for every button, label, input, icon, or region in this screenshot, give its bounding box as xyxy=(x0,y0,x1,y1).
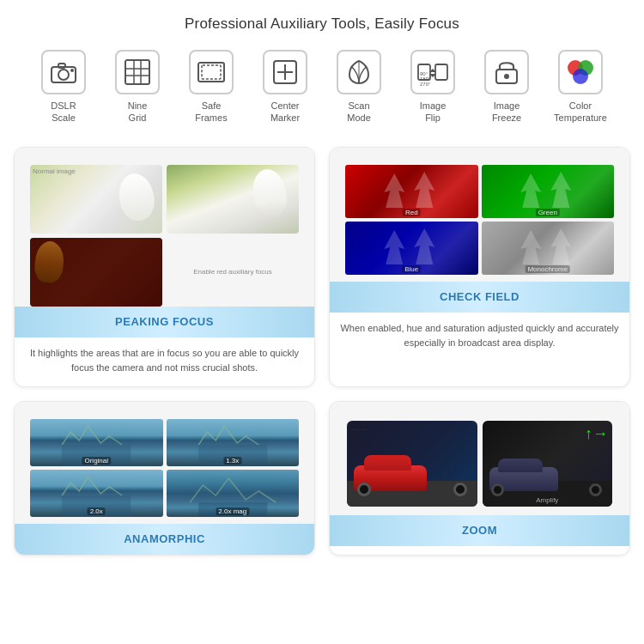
ana-13x: 1.3x xyxy=(167,419,300,466)
icon-dslr-scale[interactable]: DSLRScale xyxy=(29,50,98,125)
enable-red-label: Enable red auxiliary focus xyxy=(193,268,272,276)
ana-20x-mag: 2.0x mag xyxy=(167,470,300,517)
flip-icon: 90° 180° 270° xyxy=(417,60,448,84)
ana-original: Original xyxy=(30,419,163,466)
anamorphic-image-area: Original 1.3x 2.0x 2.0x mag xyxy=(15,402,314,524)
ana-20x-label: 2.0x xyxy=(88,507,106,515)
cards-grid: Normal image xyxy=(0,138,644,569)
green-arrows-icon: ↑→ xyxy=(585,425,608,443)
check-field-image-area: Red Green Blue Monochrome xyxy=(330,148,629,282)
icon-image-freeze[interactable]: ImageFreeze xyxy=(472,50,541,125)
svg-point-1 xyxy=(58,70,69,80)
check-mono-image: Monochrome xyxy=(482,222,615,275)
icon-scan-mode[interactable]: ScanMode xyxy=(325,50,393,125)
amplify-label: Amplify xyxy=(536,496,558,504)
image-flip-icon-box: 90° 180° 270° xyxy=(410,50,455,94)
zoom-car-dark: ↑→ Amplify xyxy=(483,421,613,507)
dslr-scale-label: DSLRScale xyxy=(51,100,76,125)
check-green-image: Green xyxy=(482,165,615,218)
svg-point-26 xyxy=(573,69,588,84)
safe-frames-icon-box xyxy=(189,50,234,94)
svg-rect-10 xyxy=(202,65,221,79)
page-header: Professional Auxiliary Tools, Easily Foc… xyxy=(0,0,644,45)
svg-text:270°: 270° xyxy=(420,82,431,87)
color-temperature-icon-box xyxy=(558,50,603,94)
safe-frames-label: SafeFrames xyxy=(195,100,227,125)
safe-frames-icon xyxy=(197,61,226,83)
icon-image-flip[interactable]: 90° 180° 270° ImageFlip xyxy=(398,50,467,125)
image-freeze-icon-box xyxy=(484,50,529,94)
card-peaking-focus: Normal image xyxy=(14,147,315,387)
svg-point-3 xyxy=(70,69,74,72)
peaking-focus-image-area: Normal image xyxy=(15,148,314,307)
check-blue-image: Blue xyxy=(345,222,478,275)
check-green-label: Green xyxy=(536,209,560,216)
plus-icon xyxy=(272,59,298,85)
peaking-focus-title: PEAKING FOCUS xyxy=(15,307,314,337)
anamorphic-title: ANAMORPHIC xyxy=(15,524,314,555)
zoom-car-red: — — xyxy=(347,421,477,507)
check-field-title: CHECK FIELD xyxy=(330,282,629,313)
peaking-focus-desc: It highlights the areas that are in focu… xyxy=(15,337,314,386)
color-temperature-label: ColorTemperature xyxy=(554,100,607,125)
camera-icon xyxy=(50,60,77,84)
normal-image: Normal image xyxy=(30,165,162,234)
image-freeze-label: ImageFreeze xyxy=(492,100,521,125)
card-check-field: Red Green Blue Monochrome CHECK FIELD Wh… xyxy=(329,147,630,387)
normal-image-label: Normal image xyxy=(33,167,76,175)
page-title: Professional Auxiliary Tools, Easily Foc… xyxy=(17,15,627,33)
center-marker-label: CenterMarker xyxy=(270,100,300,125)
scan-mode-icon-box xyxy=(337,50,381,94)
ana-original-label: Original xyxy=(82,457,111,465)
icon-safe-frames[interactable]: SafeFrames xyxy=(177,50,246,125)
image-flip-label: ImageFlip xyxy=(420,100,447,125)
zoom-title: ZOOM xyxy=(330,515,629,546)
check-red-image: Red xyxy=(345,165,478,218)
ana-20x-mag-label: 2.0x mag xyxy=(216,507,249,515)
svg-rect-16 xyxy=(435,64,447,80)
center-marker-icon-box xyxy=(263,50,307,94)
svg-rect-2 xyxy=(58,64,65,68)
nine-grid-icon-box xyxy=(115,50,160,94)
svg-point-23 xyxy=(504,74,509,79)
svg-rect-4 xyxy=(125,60,149,84)
tools-row: DSLRScale NineGrid SafeFrames xyxy=(0,45,644,138)
icon-center-marker[interactable]: CenterMarker xyxy=(251,50,319,125)
icon-nine-grid[interactable]: NineGrid xyxy=(103,50,172,125)
color-icon xyxy=(565,57,596,88)
icon-color-temperature[interactable]: ColorTemperature xyxy=(546,50,615,125)
lock-icon xyxy=(495,58,519,87)
card-anamorphic: Original 1.3x 2.0x 2.0x mag ANAMORPHIC xyxy=(14,401,315,556)
scan-mode-label: ScanMode xyxy=(347,100,371,125)
leaf-icon xyxy=(344,58,374,87)
check-blue-label: Blue xyxy=(402,265,421,273)
grid-icon xyxy=(124,58,151,86)
zoom-image-area: — — ↑→ Amplify xyxy=(330,402,629,515)
check-mono-label: Monochrome xyxy=(525,265,570,273)
ana-20x: 2.0x xyxy=(30,470,163,517)
card-zoom: — — ↑→ Amplify xyxy=(329,401,630,556)
dslr-scale-icon-box xyxy=(41,50,86,94)
check-red-label: Red xyxy=(403,209,421,216)
ana-13x-label: 1.3x xyxy=(223,457,241,465)
nine-grid-label: NineGrid xyxy=(128,100,148,125)
check-field-desc: When enabled, hue and saturation adjuste… xyxy=(330,313,629,361)
